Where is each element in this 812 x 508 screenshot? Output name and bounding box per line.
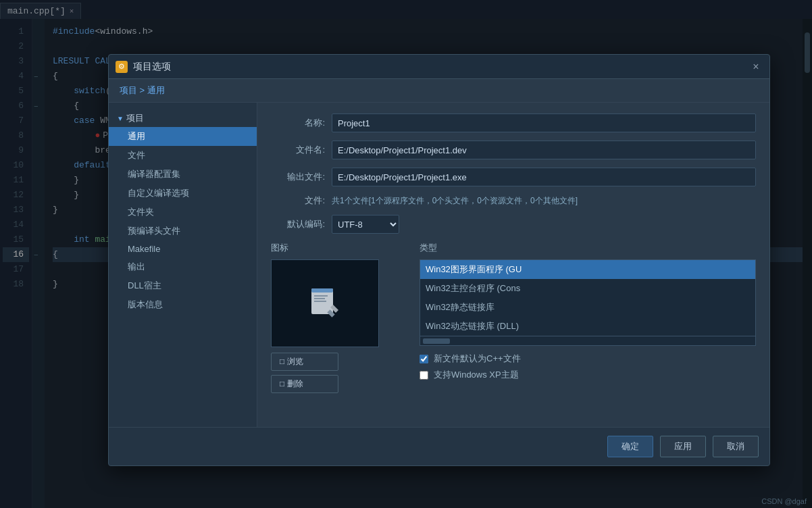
files-value: 共1个文件[1个源程序文件，0个头文件，0个资源文件，0个其他文件] (332, 195, 756, 207)
svg-rect-4 (314, 301, 326, 302)
output-label: 输出文件: (271, 171, 325, 183)
svg-rect-1 (311, 288, 333, 293)
form-row-filename: 文件名: (271, 141, 756, 159)
tree-item-2[interactable]: 编译器配置集 (109, 165, 257, 184)
encoding-label: 默认编码: (271, 218, 325, 230)
tree-item-7[interactable]: 输出 (109, 257, 257, 276)
dialog-breadcrumb: 项目 > 通用 (109, 79, 769, 103)
form-row-files: 文件: 共1个文件[1个源程序文件，0个头文件，0个资源文件，0个其他文件] (271, 195, 756, 207)
confirm-button[interactable]: 确定 (607, 436, 653, 457)
icon-section-title: 图标 (271, 242, 406, 254)
type-horizontal-scrollbar[interactable] (420, 336, 756, 346)
tree-item-9[interactable]: 版本信息 (109, 295, 257, 314)
svg-rect-2 (314, 295, 328, 297)
watermark: CSDN @dgaf (761, 497, 807, 505)
tree-item-4[interactable]: 文件夹 (109, 203, 257, 222)
checkbox-cpp-default[interactable] (420, 355, 428, 363)
type-item-2[interactable]: Win32静态链接库 (420, 298, 755, 317)
type-section-title: 类型 (420, 242, 756, 254)
checkbox-row-1: 支持Windows XP主题 (420, 369, 756, 381)
form-row-encoding: 默认编码: UTF-8 GBK ANSI (271, 215, 756, 234)
dialog-title-label: 项目选项 (133, 61, 744, 73)
tree-group-header[interactable]: ▼ 项目 (109, 109, 257, 127)
name-label: 名称: (271, 117, 325, 129)
tree-arrow-icon: ▼ (117, 115, 124, 122)
browse-icon-label: □ 浏览 (280, 356, 303, 367)
tree-panel: ▼ 项目 通用 文件 编译器配置集 自定义编译选项 文件夹 预编译头文件 Mak… (109, 103, 257, 427)
filename-input[interactable] (332, 141, 756, 159)
dialog-body: 项目 > 通用 ▼ 项目 通用 文件 编译器配置集 自定义编译选项 文件夹 预编… (109, 79, 769, 465)
files-label: 文件: (271, 195, 325, 207)
checkbox-winxp[interactable] (420, 371, 428, 380)
checkbox-cpp-label: 新文件默认为C++文件 (434, 353, 521, 365)
tree-group-project: ▼ 项目 通用 文件 编译器配置集 自定义编译选项 文件夹 预编译头文件 Mak… (109, 108, 257, 315)
dialog-footer: 确定 应用 取消 (109, 427, 769, 465)
checkbox-winxp-label: 支持Windows XP主题 (434, 369, 519, 381)
tree-item-5[interactable]: 预编译头文件 (109, 222, 257, 240)
output-input[interactable] (332, 168, 756, 186)
svg-rect-3 (314, 298, 325, 299)
tree-item-1[interactable]: 文件 (109, 146, 257, 165)
browse-icon-button[interactable]: □ 浏览 (271, 353, 338, 371)
dialog-close-button[interactable]: × (749, 60, 763, 74)
type-item-0[interactable]: Win32图形界面程序 (GU (420, 260, 755, 279)
project-options-dialog: ⚙ 项目选项 × 项目 > 通用 ▼ 项目 通用 文件 编译器配置集 自 (108, 54, 770, 466)
encoding-select[interactable]: UTF-8 GBK ANSI (332, 215, 399, 234)
checkbox-row-0: 新文件默认为C++文件 (420, 353, 756, 365)
type-item-3[interactable]: Win32动态链接库 (DLL) (420, 317, 755, 336)
icon-svg (309, 287, 341, 320)
content-panel: 名称: 文件名: 输出文件: 文件: 共1个文件[1个源程序文件，0个头文件，0… (257, 103, 769, 427)
type-section: 类型 Win32图形界面程序 (GU Win32主控台程序 (Cons Win3… (420, 242, 756, 397)
tree-item-0[interactable]: 通用 (109, 127, 257, 146)
filename-label: 文件名: (271, 144, 325, 156)
checkboxes: 新文件默认为C++文件 支持Windows XP主题 (420, 353, 756, 381)
form-row-name: 名称: (271, 113, 756, 132)
tree-item-3[interactable]: 自定义编译选项 (109, 184, 257, 203)
type-list-wrap: Win32图形界面程序 (GU Win32主控台程序 (Cons Win32静态… (420, 259, 756, 336)
dialog-icon-label: ⚙ (118, 62, 125, 71)
dialog-split: ▼ 项目 通用 文件 编译器配置集 自定义编译选项 文件夹 预编译头文件 Mak… (109, 103, 769, 427)
icon-section: 图标 (271, 242, 406, 397)
tree-group-label: 项目 (126, 112, 144, 124)
form-row-output: 输出文件: (271, 168, 756, 186)
name-input[interactable] (332, 113, 756, 132)
dialog-app-icon: ⚙ (116, 61, 128, 73)
bottom-section: 图标 (271, 242, 756, 397)
type-scroll-thumb[interactable] (423, 338, 450, 344)
delete-icon-label: □ 删除 (280, 378, 303, 390)
cancel-button[interactable]: 取消 (713, 436, 759, 457)
delete-icon-button[interactable]: □ 删除 (271, 375, 338, 393)
tree-item-6[interactable]: Makefile (109, 240, 257, 257)
dialog-titlebar: ⚙ 项目选项 × (109, 55, 769, 79)
icon-preview-box (271, 259, 379, 347)
type-item-1[interactable]: Win32主控台程序 (Cons (420, 279, 755, 298)
tree-item-8[interactable]: DLL宿主 (109, 276, 257, 295)
breadcrumb-text: 项目 > 通用 (120, 85, 165, 95)
apply-button[interactable]: 应用 (660, 436, 706, 457)
